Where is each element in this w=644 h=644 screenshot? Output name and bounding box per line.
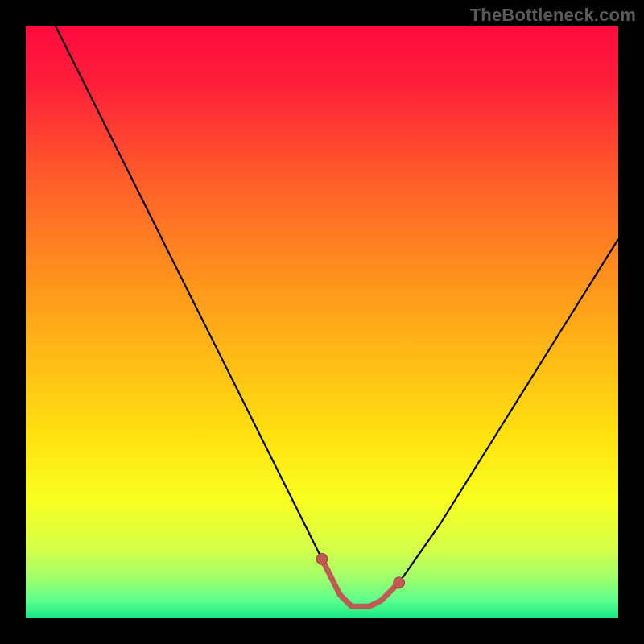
- plot-background: [26, 26, 618, 618]
- bottleneck-chart: [0, 0, 644, 644]
- optimal-marker-right: [394, 577, 405, 588]
- chart-frame: TheBottleneck.com: [0, 0, 644, 644]
- watermark-text: TheBottleneck.com: [470, 5, 636, 26]
- optimal-marker-left: [316, 553, 328, 564]
